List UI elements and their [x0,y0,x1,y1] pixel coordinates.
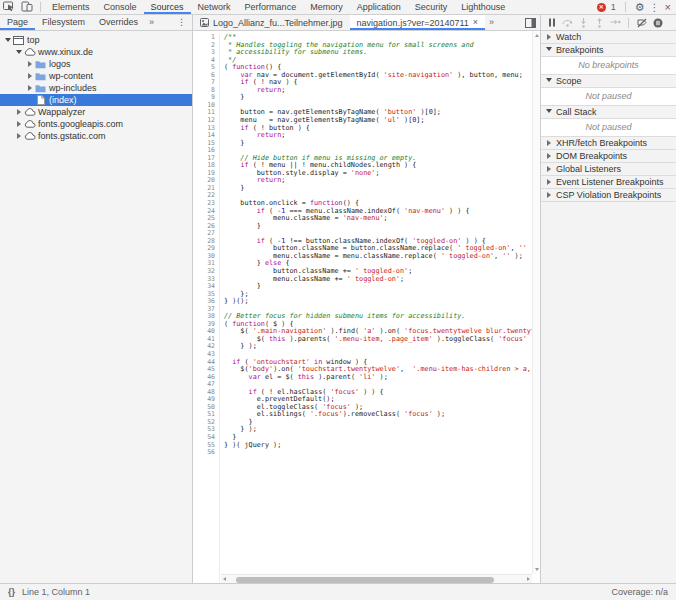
tree-collapsed-icon[interactable] [14,121,23,127]
code-line: } [224,283,540,291]
tree-collapsed-icon[interactable] [544,34,553,40]
tab-network[interactable]: Network [191,0,238,14]
folder-icon [34,84,47,93]
tree-item-fonts-gstatic-com[interactable]: fonts.gstatic.com [0,130,192,142]
tree-item-label: logos [47,59,71,69]
tab-performance[interactable]: Performance [238,0,304,14]
sources-content: topwww.xinux.delogoswp-contentwp-include… [0,31,676,583]
navigator-file-tree: topwww.xinux.delogoswp-contentwp-include… [0,31,193,583]
tab-lighthouse[interactable]: Lighthouse [454,0,512,14]
tree-expanded-icon[interactable] [544,78,553,82]
panel-right-icon[interactable] [521,15,540,30]
section-header-xhr-fetch-breakpoints[interactable]: XHR/fetch Breakpoints [541,137,676,150]
tree-item-top[interactable]: top [0,34,192,46]
pause-icon[interactable] [544,16,559,30]
tree-expanded-icon[interactable] [544,109,553,113]
tree-item-fonts-googleapis-com[interactable]: fonts.googleapis.com [0,118,192,130]
step-out-icon[interactable] [592,16,607,30]
navigator-more-options-icon[interactable]: ⋮ [171,15,192,30]
code-line: menu.className = 'nav-menu'; [224,215,540,223]
tree-collapsed-icon[interactable] [544,192,553,198]
inspect-element-icon[interactable] [0,0,18,14]
tree-expanded-icon[interactable] [14,50,23,54]
pretty-print-icon[interactable]: {} [8,587,15,597]
file-tab[interactable]: navigation.js?ver=20140711× [350,15,485,30]
file-icon [34,95,47,105]
folder-icon [34,72,47,81]
device-toolbar-icon[interactable] [18,0,36,14]
code-line: } ); [224,426,540,434]
tree-collapsed-icon[interactable] [544,140,553,146]
tree-item-label: wp-includes [47,83,97,93]
section-header-breakpoints[interactable]: Breakpoints [541,44,676,57]
code-line: return; [224,132,540,140]
scrollbar-thumb[interactable] [236,577,494,583]
code-area[interactable]: /** * Handles toggling the navigation me… [220,34,540,583]
navigator-tab-filesystem[interactable]: Filesystem [35,15,92,30]
tree-collapsed-icon[interactable] [14,109,23,115]
tree-collapsed-icon[interactable] [544,153,553,159]
section-header-dom-breakpoints[interactable]: DOM Breakpoints [541,150,676,163]
code-editor[interactable]: 1234567891011121314151617181920212223242… [193,31,540,583]
tree-item-wp-content[interactable]: wp-content [0,70,192,82]
tab-application[interactable]: Application [350,0,408,14]
tree-collapsed-icon[interactable] [14,133,23,139]
tab-close-icon[interactable]: × [473,18,478,27]
kebab-menu-icon[interactable]: ⋮ [650,2,660,13]
tab-security[interactable]: Security [408,0,455,14]
close-icon[interactable]: × [665,1,671,13]
line-number[interactable]: 56 [193,449,215,457]
section-header-call-stack[interactable]: Call Stack [541,106,676,119]
tab-memory[interactable]: Memory [303,0,350,14]
tree-item--index-[interactable]: (index) [0,94,192,106]
scroll-down-icon[interactable] [535,568,539,571]
devtools-panel-tabs: ElementsConsoleSourcesNetworkPerformance… [45,0,512,14]
tree-expanded-icon[interactable] [3,38,12,42]
tab-elements[interactable]: Elements [45,0,97,14]
step-into-icon[interactable] [576,16,591,30]
tree-expanded-icon[interactable] [544,47,553,51]
frame-icon [12,36,25,45]
navigator-tab-page[interactable]: Page [0,15,35,30]
step-over-icon[interactable] [560,16,575,30]
code-line: $( this ).parents( '.menu-item, .page_it… [224,336,540,344]
horizontal-scrollbar[interactable] [221,574,532,583]
code-line: } )(); [224,298,540,306]
section-header-event-listener-breakpoints[interactable]: Event Listener Breakpoints [541,176,676,189]
more-tabs-icon[interactable]: » [485,15,498,30]
error-badge-icon[interactable]: ✕ [597,3,606,12]
scroll-right-icon[interactable] [527,577,530,581]
tree-item-label: wp-content [47,71,93,81]
step-icon[interactable] [608,16,623,30]
file-tab[interactable]: Logo_Allianz_fu...Teilnehmer.jpg [193,15,350,30]
image-file-icon [200,18,209,27]
tab-console[interactable]: Console [97,0,144,14]
tree-item-www-xinux-de[interactable]: www.xinux.de [0,46,192,58]
section-header-global-listeners[interactable]: Global Listeners [541,163,676,176]
scroll-left-icon[interactable] [223,577,226,581]
tree-collapsed-icon[interactable] [544,179,553,185]
section-header-scope[interactable]: Scope [541,75,676,88]
gear-icon[interactable]: ⚙ [635,1,645,14]
tree-item-logos[interactable]: logos [0,58,192,70]
code-line: } [224,223,540,231]
vertical-scrollbar[interactable] [532,31,540,574]
debugger-controls [540,15,676,30]
tree-collapsed-icon[interactable] [544,166,553,172]
code-line: } [224,140,540,148]
scroll-up-icon[interactable] [535,34,539,37]
tab-sources[interactable]: Sources [144,0,191,14]
deactivate-breakpoints-icon[interactable] [634,16,649,30]
section-header-watch[interactable]: Watch [541,31,676,44]
toolbar-divider [625,2,626,12]
tree-collapsed-icon[interactable] [25,85,34,91]
more-tabs-icon[interactable]: » [145,15,158,30]
section-label: Call Stack [556,107,597,117]
section-header-csp-violation-breakpoints[interactable]: CSP Violation Breakpoints [541,189,676,202]
pause-on-exceptions-icon[interactable] [650,16,665,30]
navigator-tab-overrides[interactable]: Overrides [92,15,145,30]
tree-collapsed-icon[interactable] [25,61,34,67]
tree-collapsed-icon[interactable] [25,73,34,79]
tree-item-wappalyzer[interactable]: Wappalyzer [0,106,192,118]
tree-item-wp-includes[interactable]: wp-includes [0,82,192,94]
